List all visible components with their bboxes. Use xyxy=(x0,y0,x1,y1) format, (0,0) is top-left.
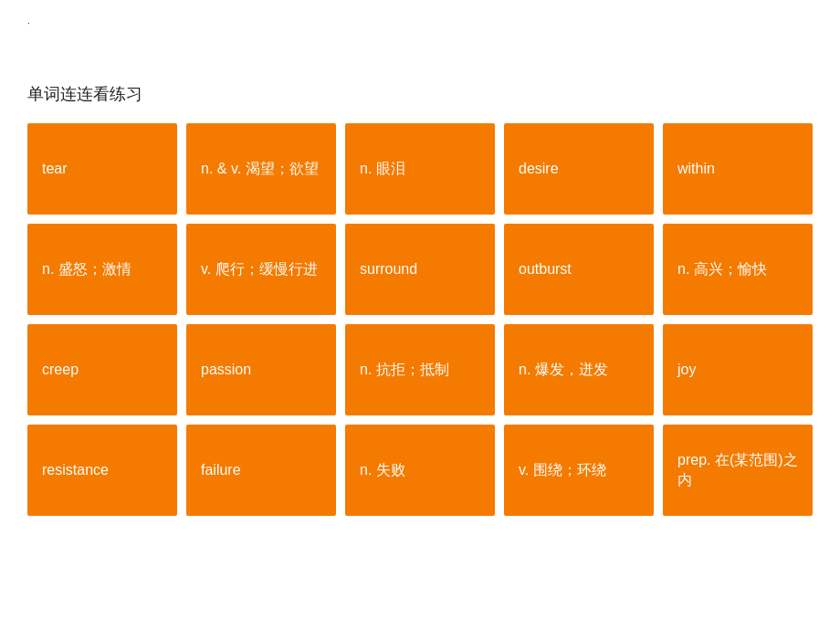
vocab-card-r1c4[interactable]: desire xyxy=(504,123,654,215)
vocab-card-r4c5[interactable]: prep. 在(某范围)之内 xyxy=(663,425,813,516)
card-text-r4c5: prep. 在(某范围)之内 xyxy=(677,450,798,491)
card-text-r2c2: v. 爬行；缓慢行进 xyxy=(201,259,318,279)
vocab-card-r3c5[interactable]: joy xyxy=(663,324,813,415)
card-text-r3c2: passion xyxy=(201,360,251,380)
vocab-card-r1c5[interactable]: within xyxy=(663,123,813,215)
card-text-r2c1: n. 盛怒；激情 xyxy=(42,259,131,279)
card-text-r1c5: within xyxy=(677,159,715,179)
page-title: 单词连连看练习 xyxy=(27,83,813,105)
card-text-r4c2: failure xyxy=(201,460,241,480)
vocab-card-r4c1[interactable]: resistance xyxy=(27,425,177,516)
card-text-r1c2: n. & v. 渴望；欲望 xyxy=(201,159,319,179)
vocab-card-r4c4[interactable]: v. 围绕；环绕 xyxy=(504,425,654,516)
vocab-card-r4c3[interactable]: n. 失败 xyxy=(345,425,495,516)
card-text-r3c4: n. 爆发，迸发 xyxy=(519,360,608,380)
card-text-r4c3: n. 失败 xyxy=(360,460,405,480)
card-text-r4c1: resistance xyxy=(42,460,109,480)
card-text-r2c5: n. 高兴；愉快 xyxy=(677,259,767,279)
card-text-r3c3: n. 抗拒；抵制 xyxy=(360,360,449,380)
dot: · xyxy=(27,18,813,28)
card-text-r1c4: desire xyxy=(519,159,559,179)
card-text-r2c3: surround xyxy=(360,259,417,279)
card-text-r1c3: n. 眼泪 xyxy=(360,159,405,179)
vocab-card-r2c1[interactable]: n. 盛怒；激情 xyxy=(27,224,177,315)
card-text-r3c1: creep xyxy=(42,360,79,380)
vocab-card-r3c2[interactable]: passion xyxy=(186,324,336,415)
vocab-card-r2c2[interactable]: v. 爬行；缓慢行进 xyxy=(186,224,336,315)
vocab-card-r4c2[interactable]: failure xyxy=(186,425,336,516)
vocab-card-r3c3[interactable]: n. 抗拒；抵制 xyxy=(345,324,495,415)
vocab-card-r3c4[interactable]: n. 爆发，迸发 xyxy=(504,324,654,415)
card-grid: tearn. & v. 渴望；欲望n. 眼泪desirewithinn. 盛怒；… xyxy=(27,123,813,516)
card-text-r2c4: outburst xyxy=(519,259,572,279)
vocab-card-r2c3[interactable]: surround xyxy=(345,224,495,315)
card-text-r1c1: tear xyxy=(42,159,68,179)
card-text-r3c5: joy xyxy=(677,360,696,380)
vocab-card-r2c4[interactable]: outburst xyxy=(504,224,654,315)
card-text-r4c4: v. 围绕；环绕 xyxy=(519,460,606,480)
vocab-card-r1c3[interactable]: n. 眼泪 xyxy=(345,123,495,215)
vocab-card-r1c2[interactable]: n. & v. 渴望；欲望 xyxy=(186,123,336,215)
vocab-card-r2c5[interactable]: n. 高兴；愉快 xyxy=(663,224,813,315)
vocab-card-r1c1[interactable]: tear xyxy=(27,123,177,215)
vocab-card-r3c1[interactable]: creep xyxy=(27,324,177,415)
